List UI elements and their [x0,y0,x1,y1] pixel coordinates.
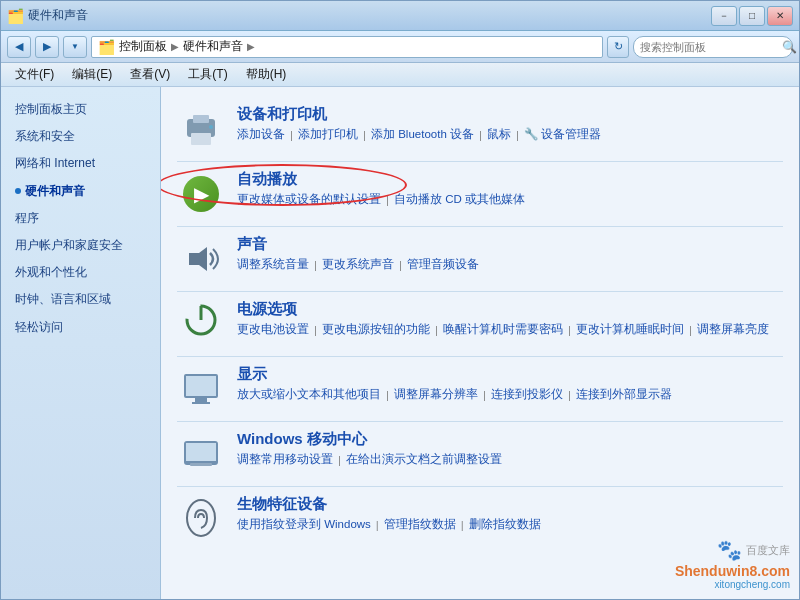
cat-link-add-bluetooth[interactable]: 添加 Bluetooth 设备 [371,127,474,142]
cat-sep: | [479,129,482,141]
cat-sep: | [386,194,389,206]
title-bar: 🗂️ 硬件和声音 － □ ✕ [1,1,799,31]
maximize-button[interactable]: □ [739,6,765,26]
cat-sep: | [363,129,366,141]
main-window: 🗂️ 硬件和声音 － □ ✕ ◀ ▶ ▼ 🗂️ 控制面板 ▶ 硬件和声音 ▶ ↻… [0,0,800,600]
refresh-button[interactable]: ↻ [607,36,629,58]
cat-sep: | [516,129,519,141]
cat-link-add-device[interactable]: 添加设备 [237,127,285,142]
autoplay-play-icon: ▶ [183,176,219,212]
cat-link-mouse[interactable]: 鼠标 [487,127,511,142]
cat-links-autoplay: 更改媒体或设备的默认设置|自动播放 CD 或其他媒体 [237,192,783,207]
sidebar-item-user-accounts[interactable]: 用户帐户和家庭安全 [9,233,152,258]
sidebar-item-control-panel-home[interactable]: 控制面板主页 [9,97,152,122]
menu-item-f[interactable]: 文件(F) [7,64,62,85]
sidebar-item-system-security[interactable]: 系统和安全 [9,124,152,149]
cat-links-mobility: 调整常用移动设置|在给出演示文档之前调整设置 [237,452,783,467]
cat-links-display: 放大或缩小文本和其他项目|调整屏幕分辨率|连接到投影仪|连接到外部显示器 [237,387,783,402]
cat-link-presentation[interactable]: 在给出演示文档之前调整设置 [346,452,502,467]
close-button[interactable]: ✕ [767,6,793,26]
sidebar-label-programs: 程序 [15,211,39,225]
cat-link-connect-display[interactable]: 连接到外部显示器 [576,387,672,402]
cat-title-mobility[interactable]: Windows 移动中心 [237,430,783,449]
title-bar-controls: － □ ✕ [711,6,793,26]
sidebar-item-network-internet[interactable]: 网络和 Internet [9,151,152,176]
cat-icon-mobility [177,430,225,478]
cat-title-devices-printers[interactable]: 设备和打印机 [237,105,783,124]
cat-body-mobility: Windows 移动中心调整常用移动设置|在给出演示文档之前调整设置 [237,430,783,467]
cat-link-change-sound[interactable]: 更改系统声音 [322,257,394,272]
window-title: 硬件和声音 [28,7,88,24]
menu-item-v[interactable]: 查看(V) [122,64,178,85]
cat-sep: | [290,129,293,141]
svg-point-14 [187,500,215,536]
back-button[interactable]: ◀ [7,36,31,58]
cat-link-change-media[interactable]: 更改媒体或设备的默认设置 [237,192,381,207]
address-bar: ◀ ▶ ▼ 🗂️ 控制面板 ▶ 硬件和声音 ▶ ↻ 🔍 [1,31,799,63]
cat-link-wake-password[interactable]: 唤醒计算机时需要密码 [443,322,563,337]
cat-link-zoom-text[interactable]: 放大或缩小文本和其他项目 [237,387,381,402]
sidebar: 控制面板主页系统和安全网络和 Internet硬件和声音程序用户帐户和家庭安全外… [1,87,161,599]
cat-link-manage-fingerprint[interactable]: 管理指纹数据 [384,517,456,532]
cat-title-autoplay[interactable]: 自动播放 [237,170,783,189]
power-icon [181,300,221,349]
cat-link-change-battery[interactable]: 更改电池设置 [237,322,309,337]
svg-point-3 [209,125,213,129]
menu-item-t[interactable]: 工具(T) [180,64,235,85]
cat-link-fingerprint-login[interactable]: 使用指纹登录到 Windows [237,517,371,532]
content-area: 设备和打印机添加设备|添加打印机|添加 Bluetooth 设备|鼠标|🔧 设备… [161,87,799,599]
svg-rect-10 [192,402,210,404]
svg-rect-9 [195,398,207,402]
cat-icon-biometric [177,495,225,543]
recent-button[interactable]: ▼ [63,36,87,58]
cat-link-mobile-settings[interactable]: 调整常用移动设置 [237,452,333,467]
forward-button[interactable]: ▶ [35,36,59,58]
sidebar-item-hardware-sound[interactable]: 硬件和声音 [9,179,152,204]
cat-title-sound[interactable]: 声音 [237,235,783,254]
menu-item-h[interactable]: 帮助(H) [238,64,295,85]
svg-rect-8 [186,376,216,396]
cat-link-add-printer[interactable]: 添加打印机 [298,127,358,142]
search-input[interactable] [640,41,778,53]
sidebar-item-clock-language[interactable]: 时钟、语言和区域 [9,287,152,312]
category-mobility: Windows 移动中心调整常用移动设置|在给出演示文档之前调整设置 [177,422,783,487]
cat-links-power: 更改电池设置|更改电源按钮的功能|唤醒计算机时需要密码|更改计算机睡眠时间|调整… [237,322,783,337]
cat-title-biometric[interactable]: 生物特征设备 [237,495,783,514]
sidebar-label-accessibility: 轻松访问 [15,320,63,334]
cat-link-adjust-brightness[interactable]: 调整屏幕亮度 [697,322,769,337]
sidebar-item-programs[interactable]: 程序 [9,206,152,231]
svg-rect-1 [191,133,211,145]
cat-link-connect-projector[interactable]: 连接到投影仪 [491,387,563,402]
cat-sep: | [386,389,389,401]
sidebar-item-accessibility[interactable]: 轻松访问 [9,315,152,340]
cat-body-autoplay: 自动播放更改媒体或设备的默认设置|自动播放 CD 或其他媒体 [237,170,783,207]
cat-title-power[interactable]: 电源选项 [237,300,783,319]
sidebar-item-appearance[interactable]: 外观和个性化 [9,260,152,285]
cat-sep: | [435,324,438,336]
cat-sep: | [314,259,317,271]
category-display: 显示放大或缩小文本和其他项目|调整屏幕分辨率|连接到投影仪|连接到外部显示器 [177,357,783,422]
sidebar-label-user-accounts: 用户帐户和家庭安全 [15,238,123,252]
cat-title-display[interactable]: 显示 [237,365,783,384]
cat-link-adjust-resolution[interactable]: 调整屏幕分辨率 [394,387,478,402]
menu-item-e[interactable]: 编辑(E) [64,64,120,85]
cat-link-delete-fingerprint[interactable]: 删除指纹数据 [469,517,541,532]
cat-sep: | [314,324,317,336]
cat-sep: | [689,324,692,336]
sidebar-label-control-panel-home: 控制面板主页 [15,102,87,116]
cat-link-device-manager[interactable]: 🔧 设备管理器 [524,127,601,142]
cat-link-adjust-volume[interactable]: 调整系统音量 [237,257,309,272]
cat-link-manage-audio[interactable]: 管理音频设备 [407,257,479,272]
cat-sep: | [338,454,341,466]
cat-icon-sound [177,235,225,283]
minimize-button[interactable]: － [711,6,737,26]
cat-link-power-buttons[interactable]: 更改电源按钮的功能 [322,322,430,337]
cat-icon-power [177,300,225,348]
active-dot [15,188,21,194]
address-path[interactable]: 🗂️ 控制面板 ▶ 硬件和声音 ▶ [91,36,603,58]
cat-link-sleep-time[interactable]: 更改计算机睡眠时间 [576,322,684,337]
path-root: 控制面板 [119,38,167,55]
watermark-line1: 百度文库 [746,543,790,558]
path-current: 硬件和声音 [183,38,243,55]
cat-link-autoplay-cd[interactable]: 自动播放 CD 或其他媒体 [394,192,525,207]
